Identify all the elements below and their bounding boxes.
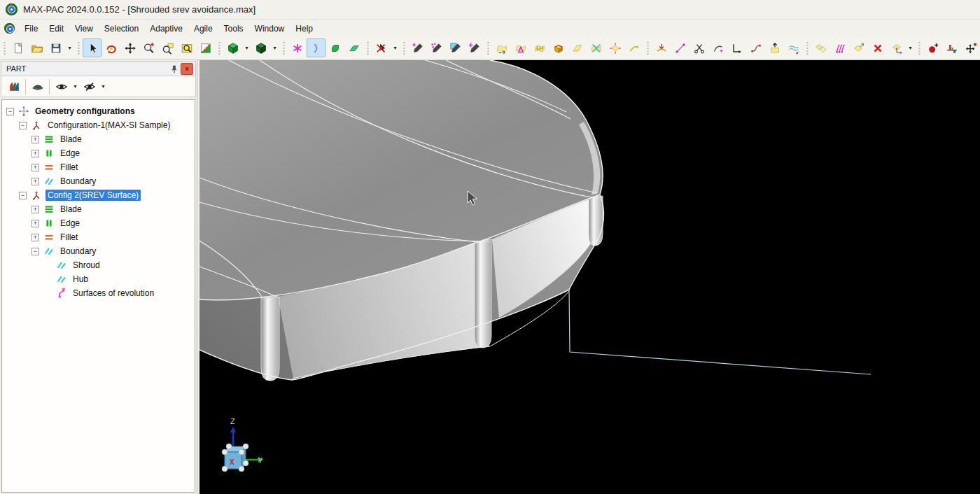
- sheet-axes-button[interactable]: [887, 38, 906, 57]
- sheet-move-button[interactable]: [849, 38, 868, 57]
- toolbar-group-handle[interactable]: [282, 41, 286, 56]
- show-entities-button[interactable]: [52, 77, 71, 96]
- toolbar-group-handle[interactable]: [77, 41, 80, 56]
- tree-item-edge[interactable]: +Edge: [2, 216, 195, 230]
- create-curve-button[interactable]: [307, 38, 326, 57]
- tree-item-label[interactable]: Edge: [58, 218, 82, 229]
- menu-edit[interactable]: Edit: [43, 22, 69, 36]
- menu-adaptive[interactable]: Adaptive: [144, 22, 188, 36]
- tree-item-fillet[interactable]: +Fillet: [2, 230, 195, 244]
- menu-agile[interactable]: Agile: [188, 22, 218, 36]
- rotate-view-button[interactable]: [102, 38, 120, 57]
- tree-item-label[interactable]: Edge: [58, 148, 82, 159]
- expand-toggle-icon[interactable]: +: [31, 220, 39, 227]
- tree-item-label[interactable]: Boundary: [58, 246, 98, 257]
- corner-tool-button[interactable]: [727, 38, 746, 57]
- pin-icon[interactable]: [168, 64, 179, 74]
- sheet-options[interactable]: ▾: [906, 38, 915, 57]
- tree-item-fillet[interactable]: +Fillet: [2, 160, 195, 174]
- tree-item-boundary[interactable]: −Boundary: [2, 244, 195, 258]
- pick-face-button[interactable]: [446, 38, 465, 57]
- create-point-button[interactable]: [288, 38, 307, 57]
- iso-view-cube-button[interactable]: [223, 38, 242, 57]
- save-options[interactable]: ▾: [65, 38, 74, 57]
- hide-entities-button[interactable]: [80, 77, 99, 96]
- toolbar-group-handle[interactable]: [402, 41, 406, 56]
- tree-item-config-2-srev-surface[interactable]: −Config 2(SREV Surface): [2, 188, 195, 202]
- clipping-plane-button[interactable]: [196, 38, 215, 57]
- measure-line-button[interactable]: [671, 38, 690, 57]
- flow-wave-button[interactable]: [784, 38, 803, 57]
- curve-network-button[interactable]: [830, 38, 849, 57]
- collapse-toggle-icon[interactable]: −: [19, 192, 27, 199]
- tree-item-configuration-1-max-si-sample[interactable]: −Configuration-1(MAX-SI Sample): [2, 118, 195, 132]
- pick-points-button[interactable]: [427, 38, 446, 57]
- surface-mesh-button[interactable]: [530, 38, 549, 57]
- move-point-button[interactable]: [961, 38, 980, 57]
- create-surface-button[interactable]: [326, 38, 344, 57]
- flow-cut-button[interactable]: [652, 38, 671, 57]
- menu-help[interactable]: Help: [290, 22, 318, 36]
- edit-curve-button[interactable]: [708, 38, 727, 57]
- pan-view-button[interactable]: [120, 38, 139, 57]
- surface-box-button[interactable]: [549, 38, 568, 57]
- toolbar-group-handle[interactable]: [918, 41, 921, 56]
- delete-entity-button[interactable]: [868, 38, 887, 57]
- expand-toggle-icon[interactable]: +: [31, 150, 39, 157]
- show-disc-button[interactable]: [28, 77, 47, 96]
- datum-bars-button[interactable]: [942, 38, 961, 57]
- menu-tools[interactable]: Tools: [218, 22, 249, 36]
- toolbar-group-handle[interactable]: [3, 41, 6, 56]
- tree-item-label[interactable]: Config 2(SREV Surface): [46, 190, 141, 201]
- trim-curve-button[interactable]: [690, 38, 708, 57]
- toolbar-group-handle[interactable]: [218, 41, 221, 56]
- tree-item-edge[interactable]: +Edge: [2, 146, 195, 160]
- pick-transform-button[interactable]: [465, 38, 484, 57]
- zoom-in-button[interactable]: [139, 38, 158, 57]
- menu-file[interactable]: File: [19, 22, 43, 36]
- menu-selection[interactable]: Selection: [99, 22, 144, 36]
- surface-cross-button[interactable]: [587, 38, 606, 57]
- collapse-toggle-icon[interactable]: −: [19, 122, 27, 129]
- zoom-fit-button[interactable]: [177, 38, 196, 57]
- tree-item-label[interactable]: Fillet: [58, 232, 80, 243]
- tree-item-label[interactable]: Surfaces of revolution: [71, 288, 156, 299]
- tree-item-label[interactable]: Fillet: [58, 162, 80, 173]
- tree-item-label[interactable]: Configuration-1(MAX-SI Sample): [46, 120, 172, 131]
- shaded-view-cube-button[interactable]: [251, 38, 270, 57]
- deselect-all-button[interactable]: [372, 38, 391, 57]
- sheet-pair-button[interactable]: [811, 38, 830, 57]
- tree-item-surfaces-of-revolution[interactable]: Surfaces of revolution: [2, 286, 195, 300]
- pick-point-button[interactable]: [408, 38, 427, 57]
- toolbar-group-handle[interactable]: [646, 41, 650, 56]
- tree-item-label[interactable]: Boundary: [58, 176, 98, 187]
- tree-item-shroud[interactable]: Shroud: [2, 258, 195, 272]
- tree-item-hub[interactable]: Hub: [2, 272, 195, 286]
- tree-item-blade[interactable]: +Blade: [2, 132, 195, 146]
- tree-item-boundary[interactable]: +Boundary: [2, 174, 195, 188]
- surface-bend-button[interactable]: [624, 38, 643, 57]
- zoom-window-button[interactable]: [158, 38, 177, 57]
- expand-toggle-icon[interactable]: +: [31, 136, 39, 143]
- iso-view-options[interactable]: ▾: [242, 38, 251, 57]
- surface-plane-button[interactable]: [568, 38, 587, 57]
- menu-window[interactable]: Window: [249, 22, 290, 36]
- add-point-button[interactable]: [923, 38, 942, 57]
- toolbar-group-handle[interactable]: [366, 41, 370, 56]
- tree-item-label[interactable]: Blade: [58, 134, 84, 145]
- tree-item-blade[interactable]: +Blade: [2, 202, 195, 216]
- surface-annotate-button[interactable]: [511, 38, 530, 57]
- hide-entities-options[interactable]: ▾: [99, 77, 108, 96]
- expand-toggle-icon[interactable]: +: [31, 234, 39, 241]
- select-mode-button[interactable]: [83, 38, 102, 57]
- 3d-viewport[interactable]: X Z Y: [200, 60, 980, 494]
- deselect-options[interactable]: ▾: [391, 38, 400, 57]
- expand-toggle-icon[interactable]: +: [31, 178, 39, 185]
- save-file-button[interactable]: [46, 38, 65, 57]
- menu-view[interactable]: View: [69, 22, 99, 36]
- shaded-view-options[interactable]: ▾: [270, 38, 279, 57]
- close-panel-button[interactable]: x: [181, 63, 193, 75]
- expand-toggle-icon[interactable]: +: [31, 206, 39, 213]
- expand-toggle-icon[interactable]: +: [31, 164, 39, 171]
- extend-surface-button[interactable]: [765, 38, 784, 57]
